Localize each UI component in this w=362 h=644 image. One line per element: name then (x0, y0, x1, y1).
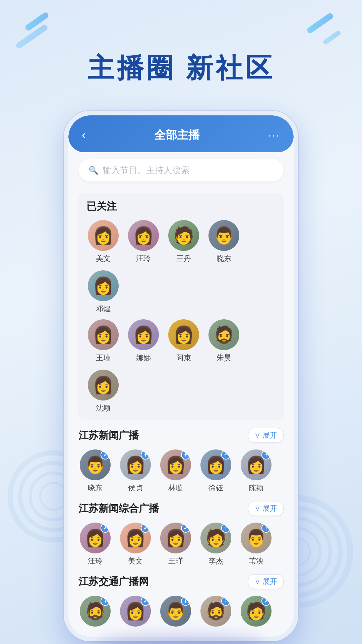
list-item[interactable]: 👩+林璇 (159, 449, 192, 493)
list-item[interactable]: 👩美文 (86, 220, 120, 264)
list-item[interactable]: 🧔+ (78, 596, 112, 627)
follow-icon: + (181, 596, 190, 606)
avatar: 👨✓ (80, 449, 111, 480)
avatar: 🧑+ (200, 523, 231, 553)
search-input[interactable]: 输入节目、主持人搜索 (103, 164, 190, 176)
follow-icon: + (101, 596, 110, 606)
phone-header: ‹ 全部主播 ··· (68, 115, 294, 152)
followed-icon: ✓ (101, 523, 110, 533)
avatar-name: 汪玲 (88, 556, 103, 566)
follow-icon: + (221, 523, 231, 533)
list-item[interactable]: 👩汪玲 (127, 220, 160, 264)
avatar: 🧔+ (200, 596, 231, 627)
list-item[interactable]: 👩+侯贞 (119, 449, 152, 493)
avatar-name: 苇泱 (249, 556, 263, 566)
avatar: 👩+ (241, 449, 272, 480)
avatar-name: 娜娜 (136, 353, 151, 363)
list-item[interactable]: 🧔+ (199, 596, 233, 627)
avatar-name: 徐钰 (208, 483, 223, 493)
avatar-row-jiangsu-comprehensive-0: 👩✓汪玲👩✓美文👩✓王瑾🧑+李杰👨+苇泱 (78, 523, 284, 566)
avatar: 👩✓ (80, 523, 111, 553)
list-item[interactable]: 👨+苇泱 (239, 523, 273, 566)
header-title: 全部主播 (154, 127, 200, 143)
main-title: 主播圈 新社区 (0, 50, 362, 87)
section-title-followed: 已关注 (86, 200, 117, 213)
search-bar-wrap: 🔍 输入节目、主持人搜索 (68, 152, 294, 185)
avatar-name: 美文 (128, 556, 143, 566)
follow-icon: + (181, 450, 190, 460)
list-item[interactable]: 🧔朱昊 (207, 319, 241, 363)
back-button[interactable]: ‹ (82, 128, 86, 142)
avatar: 🧔+ (80, 596, 111, 627)
avatar-row-followed-1: 👩王瑾👩娜娜👩阿束🧔朱昊👩沈颖 (86, 319, 276, 413)
list-item[interactable]: 👨✓晓东 (78, 449, 112, 493)
avatar-name: 汪玲 (136, 254, 151, 264)
avatar: 👩✓ (120, 596, 151, 627)
avatar-row-jiangsu-news-0: 👨✓晓东👩+侯贞👩+林璇👩+徐钰👩+陈颖 (78, 449, 284, 493)
list-item[interactable]: 👩✓美文 (119, 523, 152, 566)
deco-stroke-3 (306, 12, 334, 34)
list-item[interactable]: 🧑王丹 (167, 220, 200, 264)
list-item[interactable]: 👩+陈颖 (239, 449, 273, 493)
avatar-name: 陈颖 (249, 483, 263, 493)
avatar: 👩+ (160, 449, 191, 480)
content-area: 已关注👩美文👩汪玲🧑王丹👨晓东👩邓煌👩王瑾👩娜娜👩阿束🧔朱昊👩沈颖江苏新闻广播∨… (68, 185, 294, 637)
avatar: 👩+ (200, 449, 231, 480)
section-jiangsu-news: 江苏新闻广播∨ 展开👨✓晓东👩+侯贞👩+林璇👩+徐钰👩+陈颖 (78, 428, 284, 493)
avatar-name: 李杰 (208, 556, 223, 566)
avatar-name: 王瑾 (96, 353, 111, 363)
avatar: 👩 (88, 319, 119, 350)
avatar: 👩✓ (120, 523, 151, 553)
avatar-row-jiangsu-traffic-0: 🧔+👩✓👨+🧔+🧑✓ (78, 596, 284, 627)
list-item[interactable]: 🧑+李杰 (199, 523, 233, 566)
avatar-name: 晓东 (88, 483, 103, 493)
avatar: 🧔 (208, 319, 239, 350)
avatar-name: 朱昊 (217, 353, 231, 363)
list-item[interactable]: 👩✓ (119, 596, 152, 627)
list-item[interactable]: 👩王瑾 (86, 319, 120, 363)
followed-icon: ✓ (101, 450, 110, 460)
list-item[interactable]: 👩娜娜 (127, 319, 160, 363)
avatar-name: 晓东 (217, 254, 231, 264)
avatar-name: 邓煌 (96, 304, 111, 314)
search-icon: 🔍 (88, 166, 99, 175)
section-title-jiangsu-news: 江苏新闻广播 (78, 429, 139, 442)
phone-screen: ‹ 全部主播 ··· 🔍 输入节目、主持人搜索 已关注👩美文👩汪玲🧑王丹👨晓东👩… (68, 115, 294, 637)
avatar: 👩 (88, 220, 119, 251)
search-bar[interactable]: 🔍 输入节目、主持人搜索 (78, 159, 284, 181)
avatar: 👩 (88, 270, 119, 301)
phone-shell: ‹ 全部主播 ··· 🔍 输入节目、主持人搜索 已关注👩美文👩汪玲🧑王丹👨晓东👩… (64, 111, 298, 641)
list-item[interactable]: 👩邓煌 (86, 270, 120, 314)
avatar-name: 王丹 (176, 254, 191, 264)
section-followed: 已关注👩美文👩汪玲🧑王丹👨晓东👩邓煌👩王瑾👩娜娜👩阿束🧔朱昊👩沈颖 (78, 193, 284, 420)
list-item[interactable]: 👩阿束 (167, 319, 200, 363)
expand-button-jiangsu-comprehensive[interactable]: ∨ 展开 (248, 501, 284, 516)
followed-icon: ✓ (181, 523, 190, 533)
avatar: 👨 (208, 220, 239, 251)
list-item[interactable]: 🧑✓ (239, 596, 273, 627)
section-title-jiangsu-traffic: 江苏交通广播网 (78, 575, 149, 589)
list-item[interactable]: 👩+徐钰 (199, 449, 233, 493)
follow-icon: + (221, 596, 231, 606)
avatar: 👩 (128, 220, 159, 251)
avatar: 👩 (128, 319, 159, 350)
avatar-name: 沈颖 (96, 403, 111, 413)
avatar-name: 阿束 (176, 353, 191, 363)
section-jiangsu-traffic: 江苏交通广播网∨ 展开🧔+👩✓👨+🧔+🧑✓ (78, 574, 284, 627)
avatar: 👨+ (241, 523, 272, 553)
avatar: 👩 (168, 319, 199, 350)
follow-icon: + (221, 450, 231, 460)
list-item[interactable]: 👩✓王瑾 (159, 523, 192, 566)
avatar-name: 林璇 (168, 483, 183, 493)
list-item[interactable]: 👩沈颖 (86, 370, 120, 413)
avatar: 👩+ (120, 449, 151, 480)
avatar-name: 美文 (96, 254, 111, 264)
more-button[interactable]: ··· (268, 129, 280, 142)
expand-button-jiangsu-traffic[interactable]: ∨ 展开 (248, 574, 284, 589)
follow-icon: + (261, 450, 271, 460)
list-item[interactable]: 👨+ (159, 596, 192, 627)
list-item[interactable]: 👩✓汪玲 (78, 523, 112, 566)
list-item[interactable]: 👨晓东 (207, 220, 241, 264)
expand-button-jiangsu-news[interactable]: ∨ 展开 (248, 428, 284, 443)
avatar: 🧑 (168, 220, 199, 251)
